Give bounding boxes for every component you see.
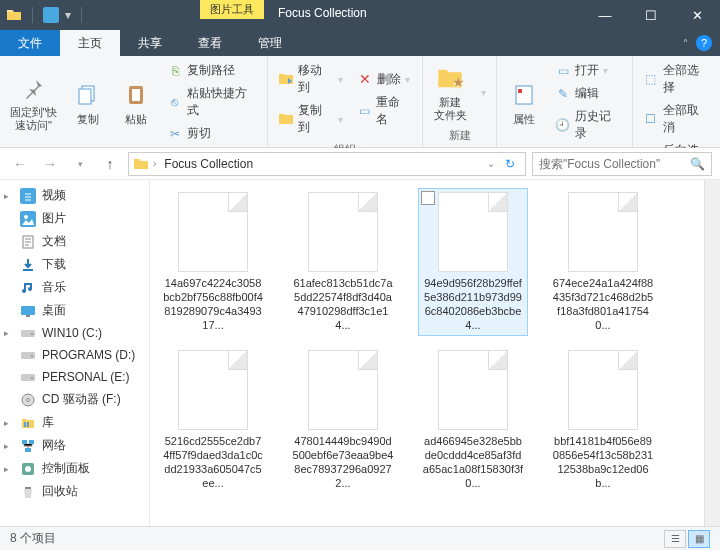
folder-icon — [133, 156, 149, 172]
paste-shortcut-button[interactable]: ⎋粘贴快捷方式 — [163, 83, 261, 121]
tree-item[interactable]: ▸网络 — [0, 434, 149, 457]
move-to-button[interactable]: 移动到 ▾ — [274, 60, 346, 98]
copy-to-button[interactable]: 复制到 ▾ — [274, 100, 346, 138]
up-button[interactable]: ↑ — [98, 152, 122, 176]
music-icon — [20, 280, 36, 296]
tree-item[interactable]: 音乐 — [0, 276, 149, 299]
icons-view-button[interactable]: ▦ — [688, 530, 710, 548]
edit-button[interactable]: ✎编辑 — [551, 83, 626, 104]
chevron-right-icon[interactable]: › — [153, 158, 156, 169]
expand-icon[interactable]: ▸ — [4, 191, 14, 201]
rename-button[interactable]: ▭重命名 — [353, 92, 416, 130]
file-item[interactable]: 14a697c4224c3058bcb2bf756c88fb00f4819289… — [158, 188, 268, 336]
desktop-icon — [20, 303, 36, 319]
tree-item[interactable]: 文档 — [0, 230, 149, 253]
search-icon[interactable]: 🔍 — [690, 157, 705, 171]
pin-icon — [18, 72, 50, 104]
group-label: 新建 — [427, 126, 492, 145]
file-item[interactable]: 478014449bc9490d500ebf6e73eaa9be48ec7893… — [288, 346, 398, 494]
checkbox[interactable] — [421, 191, 435, 205]
delete-icon: ✕ — [357, 71, 373, 87]
tree-item[interactable]: ▸控制面板 — [0, 457, 149, 480]
delete-button[interactable]: ✕删除 ▾ — [353, 69, 416, 90]
tab-home[interactable]: 主页 — [60, 30, 120, 56]
tree-label: 图片 — [42, 210, 66, 227]
maximize-button[interactable]: ☐ — [628, 0, 674, 30]
tab-file[interactable]: 文件 — [0, 30, 60, 56]
address-bar: ← → ▾ ↑ › Focus Collection ⌄ ↻ 🔍 — [0, 148, 720, 180]
tree-label: 音乐 — [42, 279, 66, 296]
window-controls: — ☐ ✕ — [582, 0, 720, 30]
close-button[interactable]: ✕ — [674, 0, 720, 30]
pictures-icon — [20, 211, 36, 227]
drive-icon — [20, 347, 36, 363]
select-all-button[interactable]: ⬚全部选择 — [639, 60, 714, 98]
history-button[interactable]: 🕘历史记录 — [551, 106, 626, 144]
file-item[interactable]: 674ece24a1a424f88435f3d721c468d2b5f18a3f… — [548, 188, 658, 336]
drive-icon — [20, 325, 36, 341]
help-button[interactable]: ? — [696, 35, 712, 51]
open-button[interactable]: ▭打开 ▾ — [551, 60, 626, 81]
chevron-down-icon: ▾ — [603, 65, 608, 76]
svg-point-10 — [24, 215, 28, 219]
tree-item[interactable]: ▸WIN10 (C:) — [0, 322, 149, 344]
selectall-icon: ⬚ — [643, 71, 659, 87]
back-button[interactable]: ← — [8, 152, 32, 176]
refresh-button[interactable]: ↻ — [499, 157, 521, 171]
expand-icon[interactable]: ▸ — [4, 441, 14, 451]
search-input[interactable] — [539, 157, 690, 171]
expand-icon[interactable]: ▸ — [4, 418, 14, 428]
file-item[interactable]: 5216cd2555ce2db74ff57f9daed3da1c0cdd2193… — [158, 346, 268, 494]
search-box[interactable]: 🔍 — [532, 152, 712, 176]
file-name: 674ece24a1a424f88435f3d721c468d2b5f18a3f… — [552, 276, 654, 332]
tree-item[interactable]: 下载 — [0, 253, 149, 276]
tree-item[interactable]: 桌面 — [0, 299, 149, 322]
tree-item[interactable]: 回收站 — [0, 480, 149, 503]
network-icon — [20, 438, 36, 454]
properties-button[interactable]: 属性 — [501, 77, 547, 128]
tree-label: 桌面 — [42, 302, 66, 319]
file-item[interactable]: 61afec813cb51dc7a5dd22574f8df3d40a479102… — [288, 188, 398, 336]
tree-item[interactable]: PROGRAMS (D:) — [0, 344, 149, 366]
file-item[interactable]: bbf14181b4f056e890856e54f13c58b23112538b… — [548, 346, 658, 494]
expand-icon[interactable]: ▸ — [4, 328, 14, 338]
breadcrumb[interactable]: › Focus Collection ⌄ ↻ — [128, 152, 526, 176]
expand-icon[interactable]: ▸ — [4, 464, 14, 474]
forward-button[interactable]: → — [38, 152, 62, 176]
folder-icon — [6, 7, 22, 23]
cut-button[interactable]: ✂剪切 — [163, 123, 261, 144]
tree-label: 网络 — [42, 437, 66, 454]
file-thumbnail — [568, 350, 638, 430]
tab-share[interactable]: 共享 — [120, 30, 180, 56]
tree-item[interactable]: ▸视频 — [0, 184, 149, 207]
tree-label: 回收站 — [42, 483, 78, 500]
breadcrumb-item[interactable]: Focus Collection — [160, 155, 257, 173]
paste-button[interactable]: 粘贴 — [113, 77, 159, 128]
select-none-button[interactable]: ☐全部取消 — [639, 100, 714, 138]
scrollbar[interactable] — [704, 180, 720, 526]
chevron-down-icon[interactable]: ⌄ — [487, 158, 495, 169]
new-folder-button[interactable]: ★ 新建 文件夹 — [427, 60, 473, 124]
nav-tree[interactable]: ▸视频图片文档下载音乐桌面▸WIN10 (C:)PROGRAMS (D:)PER… — [0, 180, 150, 526]
collapse-ribbon-icon[interactable]: ˄ — [683, 38, 688, 49]
file-list[interactable]: 14a697c4224c3058bcb2bf756c88fb00f4819289… — [150, 180, 704, 526]
file-item[interactable]: 94e9d956f28b29ffef5e386d211b973d996c8402… — [418, 188, 528, 336]
details-view-button[interactable]: ☰ — [664, 530, 686, 548]
tab-manage[interactable]: 管理 — [240, 30, 300, 56]
chevron-down-icon[interactable]: ▾ — [477, 83, 490, 102]
copy-button[interactable]: 复制 — [65, 77, 111, 128]
minimize-button[interactable]: — — [582, 0, 628, 30]
svg-point-15 — [31, 333, 33, 335]
tree-item[interactable]: ▸库 — [0, 411, 149, 434]
svg-point-21 — [27, 398, 30, 401]
ribbon-group-organize: 移动到 ▾ 复制到 ▾ ✕删除 ▾ ▭重命名 组织 — [268, 56, 423, 147]
svg-text:★: ★ — [452, 74, 464, 90]
tree-item[interactable]: 图片 — [0, 207, 149, 230]
recent-button[interactable]: ▾ — [68, 152, 92, 176]
copy-path-button[interactable]: ⎘复制路径 — [163, 60, 261, 81]
pin-button[interactable]: 固定到"快 速访问" — [4, 70, 63, 134]
tree-item[interactable]: CD 驱动器 (F:) — [0, 388, 149, 411]
tree-item[interactable]: PERSONAL (E:) — [0, 366, 149, 388]
file-item[interactable]: ad466945e328e5bbde0cddd4ce85af3fda65ac1a… — [418, 346, 528, 494]
tab-view[interactable]: 查看 — [180, 30, 240, 56]
